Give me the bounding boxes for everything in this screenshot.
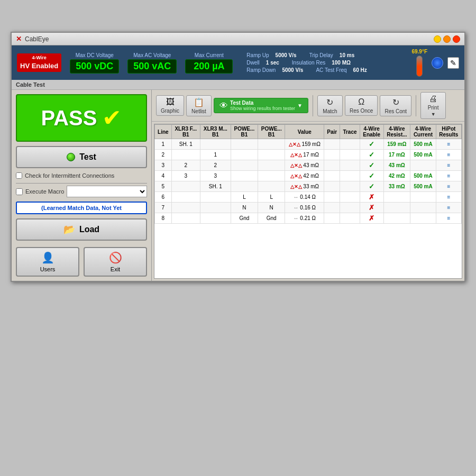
maximize-button[interactable] (443, 35, 451, 43)
max-dc-label: Max DC Voltage (76, 52, 114, 58)
test-data-dropdown-icon: ▼ (297, 103, 303, 108)
col-trace: Trace (340, 125, 360, 139)
insulation-label: Insulation Res (292, 60, 325, 66)
res-cont-icon: ↻ (392, 97, 399, 107)
bottom-buttons: 👤 Users 🚫 Exit (16, 247, 147, 277)
table-row: 433△✕△ 42 mΩ✓42 mΩ500 mA≡ (155, 171, 462, 181)
res-cont-button[interactable]: ↻ Res Cont (380, 95, 411, 116)
ac-test-value: 60 Hz (353, 67, 367, 73)
col-xlr3f: XLR3 F...B1 (171, 125, 200, 139)
users-button[interactable]: 👤 Users (16, 247, 79, 277)
test-status-dot (67, 153, 75, 161)
max-dc-value: 500 vDC (70, 59, 119, 74)
dwell-label: Dwell (246, 60, 259, 66)
intermittent-checkbox-row: Check for Intermittent Connections (16, 172, 147, 179)
ac-test-label: AC Test Freq (316, 67, 346, 73)
trip-delay-value: 10 ms (340, 52, 354, 58)
intermittent-checkbox[interactable] (16, 172, 22, 179)
col-powe2: POWE...B1 (258, 125, 285, 139)
load-button-label: Load (79, 225, 99, 234)
execute-macro-label: Execute Macro (25, 188, 64, 195)
load-button[interactable]: 📂 Load (16, 218, 147, 241)
table-row: 7NN↔ 0.16 Ω✗≡ (155, 203, 462, 213)
ramp-down-row: Ramp Down 5000 V/s AC Test Freq 60 Hz (246, 67, 367, 73)
table-row: 8GndGnd↔ 0.21 Ω✗≡ (155, 213, 462, 224)
print-icon: 🖨 (429, 94, 437, 104)
graphic-icon: 🖼 (166, 97, 175, 107)
users-icon: 👤 (41, 251, 54, 264)
res-once-button[interactable]: Ω Res Once (345, 95, 378, 116)
col-xlr3m: XLR3 M...B1 (200, 125, 231, 139)
toolbar-separator-1 (313, 95, 313, 116)
col-4wire-resist: 4-WireResist... (383, 125, 410, 139)
main-content: PASS ✔ Test Check for Intermittent Conne… (12, 90, 464, 281)
netlist-label: Netlist (191, 108, 206, 114)
col-4wire-enable: 4-WireEnable (360, 125, 383, 139)
results-table: Line XLR3 F...B1 XLR3 M...B1 POWE...B1 P… (154, 124, 462, 224)
match-icon: ↻ (326, 97, 333, 107)
left-panel: PASS ✔ Test Check for Intermittent Conne… (12, 90, 152, 281)
pass-checkmark-icon: ✔ (102, 106, 122, 130)
ramp-down-value: 5000 V/s (282, 67, 303, 73)
app-logo: ✕ (16, 35, 22, 43)
minimize-button[interactable] (434, 35, 441, 43)
col-powe1: POWE...B1 (231, 125, 258, 139)
print-button[interactable]: 🖨 Print ▼ (420, 92, 446, 119)
intermittent-label: Check for Intermittent Connections (25, 172, 114, 179)
dwell-row: Dwell 1 sec Insulation Res 100 MΩ (246, 60, 367, 66)
graphic-button[interactable]: 🖼 Graphic (156, 95, 184, 116)
ramp-down-label: Ramp Down (246, 67, 276, 73)
col-value: Value (285, 125, 324, 139)
test-button-label: Test (79, 152, 96, 162)
toolbar-separator-2 (416, 95, 416, 116)
test-data-button[interactable]: 👁 Test Data Show wiring results from tes… (214, 98, 308, 113)
max-current-group: Max Current 200 µA (185, 52, 233, 74)
hv-right: 69.9°F ✎ (411, 49, 459, 77)
results-table-container: Line XLR3 F...B1 XLR3 M...B1 POWE...B1 P… (154, 124, 462, 279)
ramp-up-label: Ramp Up (246, 52, 269, 58)
table-body: 1SH. 1△✕△ 159 mΩ✓159 mΩ500 mA≡21△✕△ 17 m… (155, 139, 462, 224)
hv-header: 4-Wire HV Enabled Max DC Voltage 500 vDC… (12, 45, 464, 80)
right-panel: 🖼 Graphic 📋 Netlist 👁 Test Data Show wir… (152, 90, 464, 281)
test-data-label: Test Data (230, 100, 295, 106)
close-button[interactable] (453, 35, 460, 43)
max-ac-voltage-group: Max AC Voltage 500 vAC (127, 52, 177, 74)
exit-label: Exit (111, 266, 120, 272)
max-current-label: Max Current (195, 52, 224, 58)
col-hipot: HiPotResults (436, 125, 461, 139)
thermometer-icon (416, 56, 423, 77)
col-4wire-current: 4-WireCurrent (410, 125, 436, 139)
col-pair: Pair (324, 125, 340, 139)
dwell-value: 1 sec (266, 60, 279, 66)
pass-text: PASS (41, 106, 97, 130)
table-row: 322△✕△ 43 mΩ✓43 mΩ≡ (155, 160, 462, 171)
app-window: ✕ CablEye 4-Wire HV Enabled Max DC Volta… (11, 32, 465, 282)
max-ac-label: Max AC Voltage (133, 52, 171, 58)
max-ac-value: 500 vAC (127, 59, 177, 74)
temperature-display: 69.9°F (411, 49, 427, 54)
title-bar: ✕ CablEye (12, 33, 464, 45)
hv-badge: 4-Wire HV Enabled (17, 53, 61, 72)
max-dc-voltage-group: Max DC Voltage 500 vDC (70, 52, 119, 74)
exit-button[interactable]: 🚫 Exit (84, 247, 147, 277)
graphic-label: Graphic (161, 108, 179, 114)
trip-delay-label: Trip Delay (309, 52, 333, 58)
toolbar: 🖼 Graphic 📋 Netlist 👁 Test Data Show wir… (152, 90, 464, 122)
insulation-value: 100 MΩ (332, 60, 351, 66)
users-label: Users (40, 266, 56, 272)
execute-macro-checkbox[interactable] (16, 188, 23, 195)
settings-icon[interactable]: ✎ (447, 57, 459, 69)
test-button[interactable]: Test (16, 146, 147, 168)
table-header-row: Line XLR3 F...B1 XLR3 M...B1 POWE...B1 P… (155, 125, 462, 139)
res-cont-label: Res Cont (385, 108, 407, 114)
table-row: 1SH. 1△✕△ 159 mΩ✓159 mΩ500 mA≡ (155, 139, 462, 150)
macro-select[interactable] (67, 186, 147, 197)
folder-icon: 📂 (63, 224, 75, 235)
res-once-icon: Ω (358, 97, 364, 107)
eye-icon: 👁 (219, 101, 228, 111)
netlist-button[interactable]: 📋 Netlist (186, 95, 212, 116)
max-current-value: 200 µA (185, 59, 233, 74)
match-button[interactable]: ↻ Match (317, 95, 343, 116)
pass-result-box: PASS ✔ (16, 94, 147, 142)
learned-match-box: (Learned Match Data, Not Yet (16, 202, 147, 214)
